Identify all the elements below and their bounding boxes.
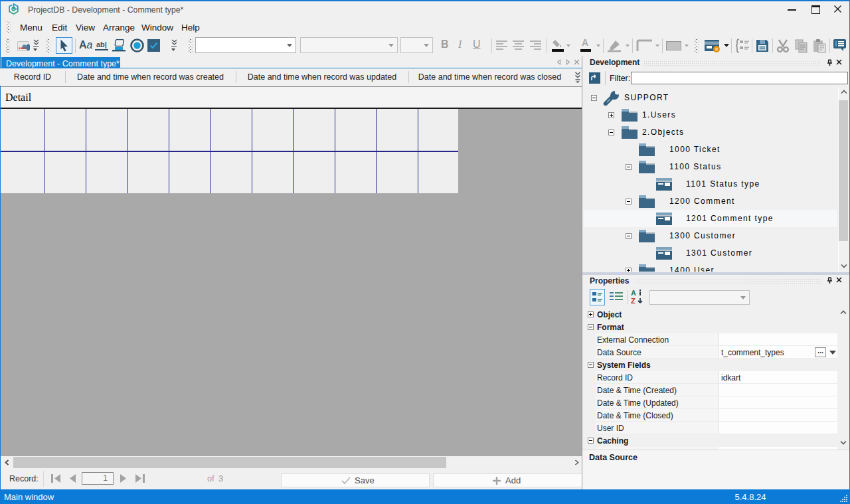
svg-text:A: A — [631, 289, 636, 297]
svg-text:Z: Z — [631, 297, 636, 305]
